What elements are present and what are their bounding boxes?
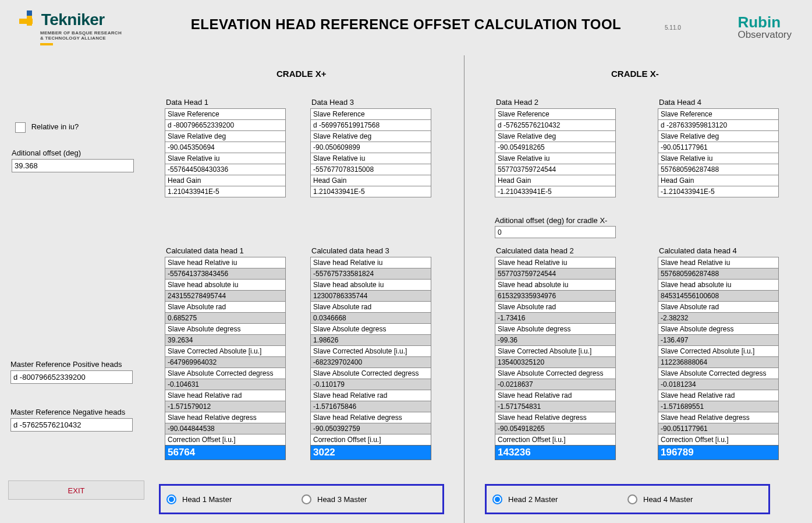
data-head-2-group: Data Head 2 Slave Reference d -576255762… bbox=[495, 98, 616, 197]
head4-master-label: Head 4 Master bbox=[643, 495, 693, 504]
h2-rel-iu-value[interactable]: 557703759724544 bbox=[495, 164, 616, 175]
h1c-rel-rad-value: -1.571579012 bbox=[165, 401, 286, 412]
h4c-abs-rad-label: Slave Absolute rad bbox=[658, 301, 779, 313]
h3c-corr-abs-value: -682329702400 bbox=[310, 356, 431, 368]
master-ref-pos-input[interactable] bbox=[10, 370, 133, 384]
h4c-rel-iu-value: 557680596287488 bbox=[658, 268, 779, 280]
h1c-abs-deg-value: 39.2634 bbox=[165, 334, 286, 346]
calc-head-3-caption: Calculated data head 3 bbox=[310, 246, 431, 255]
h3-gain-value[interactable]: 1.210433941E-5 bbox=[310, 186, 431, 197]
additional-offset-xneg-input[interactable] bbox=[495, 226, 616, 238]
master-ref-neg-input[interactable] bbox=[10, 418, 133, 432]
data-head-3-group: Data Head 3 Slave Reference d -569976519… bbox=[310, 98, 431, 197]
h4c-rel-deg-value: -90.051177961 bbox=[658, 423, 779, 434]
svg-rect-0 bbox=[27, 10, 32, 16]
h3c-abs-corr-deg-value: -0.110179 bbox=[310, 379, 431, 390]
h2c-abs-iu-value: 615329335934976 bbox=[495, 290, 616, 302]
data-head-1-caption: Data Head 1 bbox=[165, 98, 286, 107]
head4-master-radio[interactable] bbox=[627, 494, 637, 504]
calc-head-1-group: Calculated data head 1 Slave head Relati… bbox=[165, 246, 286, 460]
h3c-corr-off-label: Correction Offset [i.u.] bbox=[310, 434, 431, 446]
h2c-abs-corr-deg-label: Slave Absolute Corrected degress bbox=[495, 367, 616, 379]
h1c-abs-corr-deg-value: -0.104631 bbox=[165, 379, 286, 390]
h2c-rel-rad-value: -1.571754831 bbox=[495, 401, 616, 412]
head3-master-radio[interactable] bbox=[302, 494, 311, 504]
h4c-rel-deg-label: Slave head Relative degress bbox=[658, 412, 779, 423]
h2-rel-iu-label: Slave Relative iu bbox=[495, 153, 616, 164]
h2-slave-ref-label: Slave Reference bbox=[495, 108, 616, 120]
master-select-xpos: Head 1 Master Head 3 Master bbox=[159, 484, 444, 514]
h2-rel-deg-value[interactable]: -90.054918265 bbox=[495, 142, 616, 153]
data-head-4-group: Data Head 4 Slave Reference d -287633959… bbox=[658, 98, 779, 197]
h2c-rel-deg-value: -90.054918265 bbox=[495, 423, 616, 434]
h1c-abs-iu-label: Slave head absolute iu bbox=[165, 279, 286, 291]
rubin-logo: Rubin Observatory bbox=[737, 15, 792, 41]
h4c-corr-off-value: 196789 bbox=[658, 445, 779, 460]
h4-gain-value[interactable]: -1.210433941E-5 bbox=[658, 186, 779, 197]
h3c-corr-abs-label: Slave Corrected Absolute [i.u.] bbox=[310, 345, 431, 357]
h4c-abs-rad-value: -2.38232 bbox=[658, 312, 779, 324]
h2c-corr-off-label: Correction Offset [i.u.] bbox=[495, 434, 616, 446]
rubin-word2: Observatory bbox=[737, 29, 792, 41]
h2-slave-ref-value[interactable]: d -57625576210432 bbox=[495, 119, 616, 131]
h2c-abs-corr-deg-value: -0.0218637 bbox=[495, 379, 616, 390]
version-label: 5.11.0 bbox=[665, 24, 681, 31]
exit-button[interactable]: EXIT bbox=[8, 480, 144, 500]
h3c-abs-iu-label: Slave head absolute iu bbox=[310, 279, 431, 291]
h4c-abs-deg-label: Slave Absolute degress bbox=[658, 323, 779, 335]
h4c-rel-rad-value: -1.571689551 bbox=[658, 401, 779, 412]
h2c-abs-iu-label: Slave head absolute iu bbox=[495, 279, 616, 291]
h4-rel-iu-label: Slave Relative iu bbox=[658, 153, 779, 164]
h4-rel-deg-value[interactable]: -90.051177961 bbox=[658, 142, 779, 153]
master-select-xneg: Head 2 Master Head 4 Master bbox=[485, 484, 770, 514]
rubin-word1: Rubin bbox=[737, 15, 792, 30]
h3c-rel-iu-label: Slave head Relative iu bbox=[310, 257, 431, 268]
calc-head-1-caption: Calculated data head 1 bbox=[165, 246, 286, 255]
h1-rel-iu-value[interactable]: -557644508430336 bbox=[165, 164, 286, 175]
h3c-abs-corr-deg-label: Slave Absolute Corrected degress bbox=[310, 367, 431, 379]
h3-slave-ref-value[interactable]: d -569976519917568 bbox=[310, 119, 431, 131]
h3c-abs-rad-label: Slave Absolute rad bbox=[310, 301, 431, 313]
h2c-rel-iu-label: Slave head Relative iu bbox=[495, 257, 616, 268]
h3c-rel-deg-value: -90.050392759 bbox=[310, 423, 431, 434]
h2-gain-value[interactable]: -1.210433941E-5 bbox=[495, 186, 616, 197]
h1c-corr-off-label: Correction Offset [i.u.] bbox=[165, 434, 286, 446]
h3c-rel-iu-value: -557675733581824 bbox=[310, 268, 431, 280]
relative-iu-checkbox[interactable] bbox=[15, 122, 26, 133]
h4-slave-ref-value[interactable]: d -287633959813120 bbox=[658, 119, 779, 131]
h3-rel-deg-value[interactable]: -90.050609899 bbox=[310, 142, 431, 153]
h1-gain-value[interactable]: 1.210433941E-5 bbox=[165, 186, 286, 197]
h1-rel-deg-label: Slave Relative deg bbox=[165, 130, 286, 142]
h2c-rel-rad-label: Slave head Relative rad bbox=[495, 390, 616, 401]
h3-rel-iu-value[interactable]: -557677078315008 bbox=[310, 164, 431, 175]
master-ref-neg-label: Master Reference Negative heads bbox=[10, 408, 133, 416]
calc-head-4-caption: Calculated data head 4 bbox=[658, 246, 779, 255]
head3-master-label: Head 3 Master bbox=[317, 495, 367, 504]
head2-master-radio[interactable] bbox=[492, 494, 502, 504]
h3c-abs-rad-value: 0.0346668 bbox=[310, 312, 431, 324]
h4c-rel-iu-label: Slave head Relative iu bbox=[658, 257, 779, 268]
h1-rel-deg-value[interactable]: -90.045350694 bbox=[165, 142, 286, 153]
h4-rel-iu-value[interactable]: 557680596287488 bbox=[658, 164, 779, 175]
h3c-rel-rad-label: Slave head Relative rad bbox=[310, 390, 431, 401]
h4c-abs-deg-value: -136.497 bbox=[658, 334, 779, 346]
h2-gain-label: Head Gain bbox=[495, 175, 616, 186]
h4c-abs-corr-deg-value: -0.0181234 bbox=[658, 379, 779, 390]
additional-offset-input[interactable] bbox=[12, 159, 134, 172]
h1-slave-ref-label: Slave Reference bbox=[165, 108, 286, 120]
h3c-abs-iu-value: 12300786335744 bbox=[310, 290, 431, 302]
h1c-rel-iu-label: Slave head Relative iu bbox=[165, 257, 286, 268]
h1-slave-ref-value[interactable]: d -800796652339200 bbox=[165, 119, 286, 131]
h1-rel-iu-label: Slave Relative iu bbox=[165, 153, 286, 164]
h1c-corr-off-value: 56764 bbox=[165, 445, 286, 460]
calc-head-3-group: Calculated data head 3 Slave head Relati… bbox=[310, 246, 431, 460]
h4c-abs-corr-deg-label: Slave Absolute Corrected degress bbox=[658, 367, 779, 379]
h3c-rel-deg-label: Slave head Relative degress bbox=[310, 412, 431, 423]
h4c-rel-rad-label: Slave head Relative rad bbox=[658, 390, 779, 401]
h1c-rel-deg-value: -90.044844538 bbox=[165, 423, 286, 434]
h3c-rel-rad-value: -1.571675846 bbox=[310, 401, 431, 412]
h4c-corr-off-label: Correction Offset [i.u.] bbox=[658, 434, 779, 446]
additional-offset-xneg-label: Aditional offset (deg) for cradle X- bbox=[495, 216, 616, 225]
master-ref-pos-label: Master Reference Positive heads bbox=[10, 360, 133, 369]
head1-master-radio[interactable] bbox=[166, 494, 176, 504]
